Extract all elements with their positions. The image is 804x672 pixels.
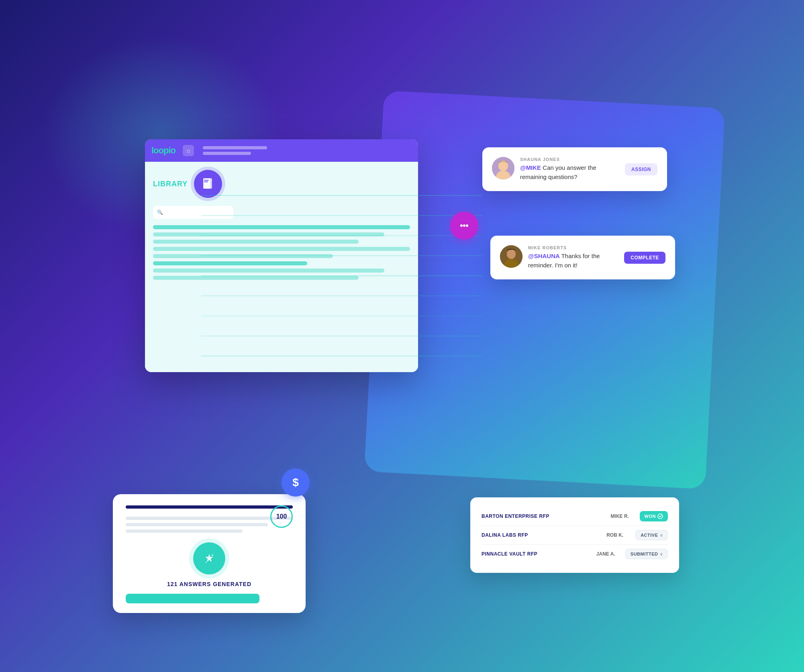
content-line-1 — [153, 225, 410, 229]
rfp-name-dalina: DALINA LABS RFP — [482, 532, 602, 538]
chat-message-mike: @SHAUNA Thanks for the reminder. I'm on … — [528, 252, 618, 270]
status-badge-submitted[interactable]: SUBMITTED ∨ — [625, 549, 668, 559]
rfp-row-dalina: DALINA LABS RFP ROB K. ACTIVE ∨ — [482, 526, 668, 545]
ai-card-content-lines — [126, 517, 293, 533]
chat-row-shauna: SHAUNA JONES @MIKE Can you answer the re… — [492, 157, 657, 181]
content-line-3 — [153, 240, 359, 244]
content-line-4 — [153, 247, 410, 251]
chat-card-shauna: SHAUNA JONES @MIKE Can you answer the re… — [482, 147, 667, 191]
svg-point-20 — [463, 224, 465, 227]
ai-answers-card: 100 121 ANSWERS GENERATED — [113, 494, 306, 613]
assign-button[interactable]: ASSIGN — [625, 163, 657, 175]
rfp-person-dalina: ROB K. — [606, 532, 631, 538]
rfp-name-pinnacle: PINNACLE VAULT RFP — [482, 551, 592, 557]
score-badge: 100 — [270, 505, 293, 528]
ai-line-3 — [126, 529, 243, 533]
avatar-shauna — [492, 157, 514, 179]
library-section: LIBRARY — [153, 170, 410, 198]
complete-button[interactable]: COMPLETE — [624, 252, 665, 264]
svg-point-25 — [507, 249, 516, 259]
chevron-active: ∨ — [660, 533, 663, 538]
browser-body: LIBRARY 🔍 — [145, 162, 418, 372]
search-icon: 🔍 — [157, 210, 163, 215]
browser-header: loopio ⌂ — [145, 139, 418, 162]
chat-content-mike: MIKE ROBERTS @SHAUNA Thanks for the remi… — [528, 245, 618, 270]
status-badge-won[interactable]: WON — [640, 511, 668, 521]
search-bar[interactable]: 🔍 — [153, 206, 233, 219]
content-line-7 — [153, 269, 384, 273]
chat-bubble-icon — [450, 212, 478, 240]
avatar-mike — [500, 245, 522, 268]
chat-card-mike: MIKE ROBERTS @SHAUNA Thanks for the remi… — [490, 236, 675, 279]
svg-rect-11 — [204, 180, 209, 181]
answers-label: 121 ANSWERS GENERATED — [126, 581, 293, 587]
content-line-2 — [153, 232, 384, 236]
svg-point-13 — [212, 554, 213, 556]
ai-line-2 — [126, 523, 268, 526]
rfp-person-barton: MIKE R. — [611, 513, 635, 519]
svg-rect-10 — [205, 178, 212, 189]
nav-bar-1 — [203, 146, 267, 149]
home-button[interactable]: ⌂ — [183, 145, 194, 156]
magic-icon-circle — [193, 542, 225, 574]
svg-rect-12 — [204, 181, 208, 182]
chat-content-shauna: SHAUNA JONES @MIKE Can you answer the re… — [520, 157, 619, 181]
ai-card-top-bar — [126, 505, 293, 509]
svg-point-21 — [466, 224, 468, 227]
library-icon — [194, 170, 222, 198]
bottom-teal-bar — [126, 594, 259, 603]
library-label: LIBRARY — [153, 180, 188, 188]
svg-point-18 — [498, 161, 508, 171]
dollar-symbol: $ — [292, 476, 299, 489]
nav-bar-2 — [203, 152, 251, 155]
chat-message-shauna: @MIKE Can you answer the remaining quest… — [520, 163, 619, 181]
browser-window: loopio ⌂ LIBRARY — [145, 139, 418, 372]
content-line-5 — [153, 254, 333, 258]
chat-row-mike: MIKE ROBERTS @SHAUNA Thanks for the remi… — [500, 245, 665, 270]
content-line-6 — [153, 261, 307, 265]
svg-point-19 — [460, 224, 463, 227]
svg-point-14 — [206, 562, 207, 563]
chevron-submitted: ∨ — [660, 552, 663, 556]
logo: loopio — [151, 145, 175, 156]
content-line-8 — [153, 276, 359, 280]
content-lines — [153, 225, 410, 280]
chat-mention-shauna: @MIKE — [520, 164, 541, 171]
chat-mention-mike: @SHAUNA — [528, 253, 560, 259]
chat-sender-shauna: SHAUNA JONES — [520, 157, 619, 162]
rfp-table-card: BARTON ENTERPRISE RFP MIKE R. WON DALINA… — [470, 497, 679, 573]
scene-container: loopio ⌂ LIBRARY — [121, 75, 683, 597]
rfp-row-barton: BARTON ENTERPRISE RFP MIKE R. WON — [482, 507, 668, 526]
dollar-icon: $ — [282, 468, 310, 497]
nav-bars — [203, 146, 267, 155]
rfp-row-pinnacle: PINNACLE VAULT RFP JANE A. SUBMITTED ∨ — [482, 545, 668, 563]
ai-line-1 — [126, 517, 293, 520]
chat-sender-mike: MIKE ROBERTS — [528, 245, 618, 250]
status-badge-active[interactable]: ACTIVE ∨ — [635, 530, 668, 540]
rfp-person-pinnacle: JANE A. — [596, 551, 620, 557]
rfp-name-barton: BARTON ENTERPRISE RFP — [482, 513, 606, 519]
